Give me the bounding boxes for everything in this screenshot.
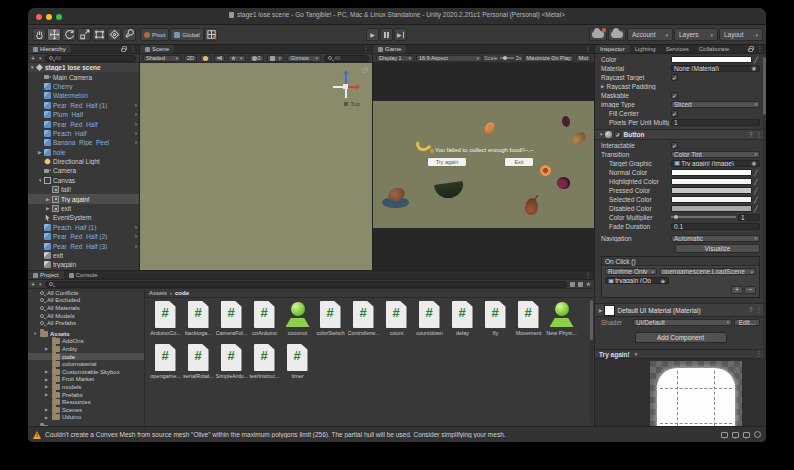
target-graphic-object-field[interactable]: ▣Try again! (Image)◉ <box>671 160 760 167</box>
asset-tile[interactable]: CameraFol... <box>215 301 248 344</box>
hierarchy-item[interactable]: Peach_Half › <box>28 129 139 138</box>
color-swatch[interactable] <box>671 187 752 194</box>
add-component-button[interactable]: Add Component <box>635 332 727 343</box>
console-warning-icon[interactable] <box>732 432 739 438</box>
panel-menu-icon[interactable]: ⋮ <box>754 45 767 53</box>
color-swatch[interactable] <box>671 169 752 176</box>
foldout-icon[interactable]: ▶ <box>45 377 50 382</box>
remove-event-button[interactable]: − <box>744 286 756 294</box>
project-folder-row[interactable]: colormaterial <box>28 360 144 368</box>
color-swatch[interactable] <box>671 56 752 63</box>
material-header[interactable]: ▶ Default UI Material (Material) ?⋮ <box>595 303 766 317</box>
shader-dropdown[interactable]: UI/Default▾ <box>633 319 732 326</box>
panel-menu-icon[interactable]: ⋮ <box>360 45 373 53</box>
raycast-target-checkbox[interactable]: ✓ <box>671 74 678 81</box>
layers-dropdown[interactable]: Layers▾ <box>674 28 718 41</box>
event-mode-dropdown[interactable]: Runtime Only▾ <box>605 268 657 275</box>
hierarchy-item[interactable]: Plum_Half › <box>28 110 139 119</box>
aspect-ratio-dropdown[interactable]: 16:9 Aspect▾ <box>416 55 482 62</box>
hierarchy-item[interactable]: ▼ Canvas › <box>28 176 139 185</box>
eyedropper-icon[interactable]: ╱ <box>754 56 760 63</box>
foldout-icon[interactable]: ▶ <box>45 369 50 374</box>
help-icon[interactable]: ? <box>749 306 753 314</box>
prefab-open-chevron-icon[interactable]: › <box>135 233 139 240</box>
fade-duration-input[interactable]: 0.1 <box>671 223 760 230</box>
tab-scene[interactable]: Scene <box>140 45 174 53</box>
shading-mode-dropdown[interactable]: Shaded▾ <box>143 55 181 62</box>
asset-tile[interactable]: testInstruc... <box>248 344 281 387</box>
asset-tile[interactable]: colorSwitch <box>314 301 347 344</box>
2d-toggle[interactable]: 2D <box>184 55 197 62</box>
prefab-open-chevron-icon[interactable]: › <box>135 111 139 118</box>
tab-lighting[interactable]: Lighting <box>630 45 661 53</box>
eyedropper-icon[interactable]: ╱ <box>754 205 760 212</box>
hierarchy-item[interactable]: EventSystem › <box>28 213 139 222</box>
project-folder-row[interactable]: All Excluded <box>28 297 144 305</box>
foldout-icon[interactable]: ▼ <box>33 331 38 336</box>
mute-audio-toggle[interactable]: Mut <box>576 55 591 62</box>
ppu-input[interactable]: 1 <box>671 119 760 126</box>
scene-viewport[interactable]: Top <box>140 63 372 270</box>
axis-handle[interactable] <box>345 89 347 98</box>
gizmos-dropdown[interactable]: Gizmos▾ <box>287 55 321 62</box>
create-object-button[interactable]: +▾ <box>31 55 42 62</box>
game-exit-button[interactable]: Exit <box>505 158 533 166</box>
panel-menu-icon[interactable]: ⋮ <box>127 45 140 53</box>
cloud-services-button[interactable] <box>608 28 626 41</box>
rotate-tool-button[interactable] <box>62 28 76 41</box>
color-multiplier-input[interactable]: 1 <box>738 214 760 221</box>
eyedropper-icon[interactable]: ╱ <box>754 187 760 194</box>
project-folder-row[interactable]: ▶ Uduino <box>28 414 144 422</box>
console-info-icon[interactable] <box>743 432 750 438</box>
asset-tile[interactable]: coArduino <box>248 301 281 344</box>
hierarchy-item[interactable]: Banana_Ripe_Peel › <box>28 138 139 147</box>
color-swatch[interactable] <box>671 178 752 185</box>
foldout-icon[interactable]: ▶ <box>45 346 50 351</box>
edit-shader-button[interactable]: Edit... <box>734 319 760 326</box>
project-folder-row[interactable]: All Conflicts <box>28 289 144 297</box>
slider-knob[interactable] <box>674 215 678 219</box>
z-axis-handle[interactable] <box>345 73 347 84</box>
preview-header[interactable]: Try again!▾ ⋮ <box>595 349 766 359</box>
create-asset-button[interactable]: +▾ <box>31 281 42 288</box>
project-scrollbar[interactable] <box>590 299 593 423</box>
add-event-button[interactable]: + <box>731 286 743 294</box>
project-folder-row[interactable]: ▶ Fruit Market <box>28 376 144 384</box>
tab-inspector[interactable]: Inspector <box>595 45 630 53</box>
account-dropdown[interactable]: Account▾ <box>627 28 673 41</box>
navigation-dropdown[interactable]: Automatic▾ <box>671 235 760 242</box>
asset-tile[interactable]: fly <box>479 301 512 344</box>
saved-search-icon[interactable] <box>586 282 591 287</box>
lighting-toggle[interactable] <box>200 55 211 62</box>
fill-center-checkbox[interactable]: ✓ <box>671 110 678 117</box>
project-folder-row[interactable]: ▶ Ardity <box>28 345 144 353</box>
status-bar[interactable]: Couldn't create a Convex Mesh from sourc… <box>28 426 766 442</box>
hierarchy-item[interactable]: tryagain › <box>28 260 139 269</box>
prefab-open-chevron-icon[interactable]: › <box>135 139 139 146</box>
foldout-icon[interactable]: ▶ <box>45 384 50 389</box>
asset-tile[interactable]: opengame... <box>149 344 182 387</box>
hierarchy-search-input[interactable]: All <box>45 55 136 62</box>
project-folder-row[interactable]: AddOns <box>28 338 144 346</box>
project-folder-row[interactable]: Resources <box>28 398 144 406</box>
tab-console[interactable]: Console <box>64 271 103 279</box>
project-folder-row[interactable]: ▶ models <box>28 383 144 391</box>
orientation-gizmo[interactable] <box>332 73 358 99</box>
foldout-icon[interactable]: ▶ <box>45 392 50 397</box>
hierarchy-item[interactable]: Camera › <box>28 166 139 175</box>
asset-tile[interactable]: SimpleArdu... <box>215 344 248 387</box>
hierarchy-item[interactable]: ▼ stage1 lose scene › <box>28 63 139 72</box>
scene-visibility-toggle[interactable]: 0 <box>249 55 264 62</box>
color-swatch[interactable] <box>671 196 752 203</box>
search-by-type-icon[interactable] <box>570 282 575 287</box>
object-picker-icon[interactable]: ◉ <box>660 278 666 284</box>
asset-tile[interactable]: countdown <box>413 301 446 344</box>
slider-knob[interactable] <box>503 56 507 60</box>
asset-tile[interactable]: Controllerw... <box>347 301 380 344</box>
foldout-icon[interactable]: ▶ <box>601 84 604 89</box>
play-button[interactable]: ▶ <box>366 28 379 41</box>
help-icon[interactable]: ? <box>749 131 753 139</box>
pause-button[interactable] <box>380 28 393 41</box>
component-enabled-checkbox[interactable]: ✓ <box>614 131 621 138</box>
global-toggle[interactable]: Global <box>170 28 203 41</box>
